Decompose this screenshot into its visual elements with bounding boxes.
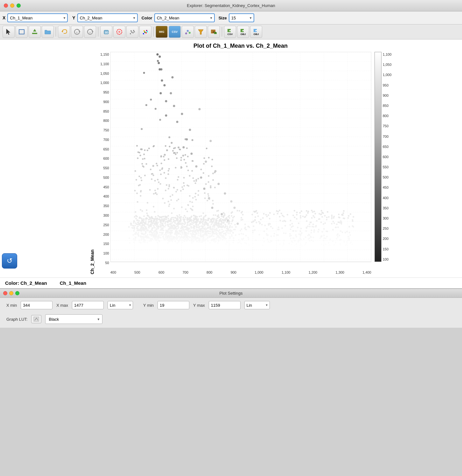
svg-point-1091 bbox=[211, 224, 212, 225]
svg-point-1141 bbox=[134, 216, 135, 218]
svg-point-78 bbox=[158, 62, 160, 64]
svg-point-1661 bbox=[287, 214, 288, 215]
settings-title: Plot Settings bbox=[220, 291, 243, 296]
mesh-button[interactable] bbox=[182, 26, 194, 38]
svg-point-1446 bbox=[241, 233, 242, 234]
svg-point-1688 bbox=[154, 180, 156, 182]
y-scale-dropdown[interactable]: Lin Log bbox=[244, 301, 270, 309]
svg-point-1499 bbox=[227, 227, 228, 229]
x-dropdown[interactable]: Ch_1_Mean Ch_2_Mean Ch_1_Std Ch_2_Std bbox=[7, 13, 68, 22]
import-button[interactable] bbox=[29, 26, 41, 38]
x-min-label: X min bbox=[6, 303, 17, 308]
svg-point-1870 bbox=[189, 201, 191, 202]
svg-point-1879 bbox=[172, 194, 173, 196]
svg-point-1189 bbox=[147, 234, 148, 236]
3d-button[interactable]: 3D bbox=[100, 26, 112, 38]
svg-point-1370 bbox=[239, 210, 240, 212]
csv-export-button[interactable]: CSV bbox=[224, 26, 236, 38]
svg-point-339 bbox=[214, 230, 216, 232]
chart-canvas[interactable]: // This will be handled by the JS below bbox=[110, 52, 371, 269]
cursor-tool-button[interactable] bbox=[3, 26, 15, 38]
svg-point-60 bbox=[203, 188, 205, 190]
refresh-button[interactable]: ↺ bbox=[2, 253, 17, 269]
scatter-button[interactable] bbox=[126, 26, 138, 38]
svg-point-974 bbox=[227, 226, 228, 227]
undo-button[interactable] bbox=[58, 26, 70, 38]
separator-2 bbox=[98, 27, 98, 37]
svg-point-651 bbox=[154, 227, 156, 229]
svg-point-1365 bbox=[304, 243, 306, 245]
lut-edit-button[interactable] bbox=[31, 315, 41, 323]
image-export-button[interactable] bbox=[208, 26, 220, 38]
svg-point-818 bbox=[213, 219, 214, 220]
settings-close-button[interactable] bbox=[3, 291, 7, 295]
svg-point-1603 bbox=[291, 241, 292, 242]
svg-point-988 bbox=[136, 227, 138, 229]
size-dropdown[interactable]: 15 5 10 20 25 bbox=[229, 13, 254, 22]
color-dropdown[interactable]: Ch_2_Mean Ch_1_Mean Ch_1_Std Ch_2_Std bbox=[154, 13, 215, 22]
svg-point-1653 bbox=[231, 220, 233, 222]
chart-with-x-axis: // This will be handled by the JS below … bbox=[110, 52, 371, 274]
close-button[interactable] bbox=[4, 4, 8, 8]
color-scatter-button[interactable] bbox=[139, 26, 151, 38]
img-button[interactable]: IMG bbox=[156, 26, 168, 38]
svg-point-928 bbox=[183, 217, 184, 218]
svg-point-1457 bbox=[277, 211, 279, 213]
svg-point-1377 bbox=[335, 242, 336, 243]
svg-point-1587 bbox=[310, 222, 312, 223]
svg-point-880 bbox=[168, 241, 170, 242]
x-scale-dropdown[interactable]: Lin Log bbox=[108, 301, 133, 309]
svg-point-922 bbox=[191, 242, 192, 244]
svg-point-1285 bbox=[336, 238, 338, 239]
y-min-input[interactable] bbox=[158, 301, 189, 309]
svg-point-1226 bbox=[184, 229, 186, 230]
svg-point-1268 bbox=[200, 230, 201, 232]
x-min-input[interactable] bbox=[21, 301, 52, 309]
svg-point-1702 bbox=[198, 190, 199, 192]
filter-button[interactable] bbox=[195, 26, 207, 38]
svg-point-1646 bbox=[256, 212, 258, 214]
svg-point-1212 bbox=[141, 229, 142, 231]
svg-point-1134 bbox=[143, 237, 144, 239]
svg-point-1234 bbox=[133, 220, 135, 222]
svg-point-1836 bbox=[204, 192, 206, 194]
lut-dropdown[interactable]: Black Gray Hot Cool Rainbow bbox=[45, 314, 102, 324]
svg-point-1458 bbox=[284, 220, 285, 221]
svg-point-1487 bbox=[339, 239, 340, 241]
svg-point-1654 bbox=[238, 239, 240, 241]
circle-tool-button[interactable] bbox=[113, 26, 125, 38]
svg-point-1751 bbox=[212, 203, 214, 205]
svg-point-1814 bbox=[166, 184, 167, 186]
svg-point-1893 bbox=[173, 152, 175, 154]
minimize-button[interactable] bbox=[10, 4, 14, 8]
svg-point-1735 bbox=[141, 210, 143, 212]
svg-point-1405 bbox=[291, 223, 293, 224]
svg-point-1314 bbox=[345, 243, 347, 245]
obj-export2-button[interactable]: OBJ bbox=[250, 26, 262, 38]
settings-min-button[interactable] bbox=[9, 291, 13, 295]
svg-point-1861 bbox=[168, 168, 170, 170]
svg-point-1627 bbox=[345, 232, 346, 233]
rectangle-tool-button[interactable] bbox=[16, 26, 28, 38]
svg-point-1323 bbox=[257, 215, 259, 217]
svg-point-1699 bbox=[147, 202, 148, 204]
sync-s-button[interactable]: S bbox=[71, 26, 83, 38]
svg-point-1882 bbox=[145, 104, 147, 106]
y-max-input[interactable] bbox=[209, 301, 241, 309]
color-axis-label: Color bbox=[142, 16, 152, 20]
svg-point-49 bbox=[171, 76, 173, 79]
svg-point-219 bbox=[221, 229, 223, 230]
y-dropdown[interactable]: Ch_2_Mean Ch_1_Mean Ch_1_Std Ch_2_Std bbox=[77, 13, 138, 22]
x-max-input[interactable] bbox=[72, 301, 104, 309]
maximize-button[interactable] bbox=[17, 4, 21, 8]
settings-max-button[interactable] bbox=[15, 291, 19, 295]
svg-point-1675 bbox=[328, 244, 330, 246]
svg-point-819 bbox=[214, 238, 215, 240]
obj-export1-button[interactable]: OBJ bbox=[237, 26, 249, 38]
svg-point-1812 bbox=[208, 157, 209, 158]
folder-button[interactable] bbox=[42, 26, 54, 38]
csv-button[interactable]: CSV bbox=[169, 26, 181, 38]
svg-marker-0 bbox=[6, 29, 10, 35]
svg-point-1456 bbox=[323, 228, 325, 230]
sync-u-button[interactable]: U bbox=[84, 26, 96, 38]
